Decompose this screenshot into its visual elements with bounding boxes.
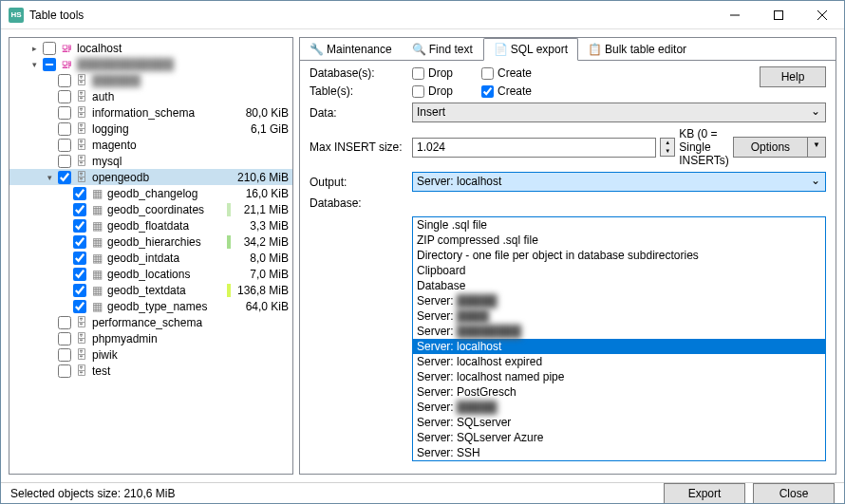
dropdown-option[interactable]: Clipboard <box>413 263 825 278</box>
tree-checkbox[interactable] <box>43 42 56 55</box>
tree-database[interactable]: 🗄auth <box>9 88 292 104</box>
dropdown-option[interactable]: ZIP compressed .sql file <box>413 233 825 248</box>
maxinsert-spinner[interactable]: ▲▼ <box>660 138 675 157</box>
object-tree[interactable]: 🖳localhost🖳████████████🗄██████🗄auth🗄info… <box>9 38 292 474</box>
tree-item-label: geodb_intdata <box>107 252 224 265</box>
tbl-icon: ▦ <box>89 203 104 216</box>
tree-checkbox[interactable] <box>58 348 71 362</box>
tree-item-label: ██████ <box>92 74 224 87</box>
tree-checkbox[interactable] <box>73 300 86 313</box>
tbl-icon: ▦ <box>89 252 104 265</box>
dropdown-option[interactable]: Server: ████████ <box>413 324 825 339</box>
tree-checkbox[interactable] <box>43 58 56 71</box>
dropdown-option[interactable]: Server: █████ <box>413 293 825 308</box>
dropdown-option[interactable]: Server: █████ <box>413 400 825 415</box>
close-window-button[interactable] <box>800 1 844 29</box>
data-select[interactable]: Insert <box>412 103 826 122</box>
maxinsert-input[interactable] <box>412 138 656 158</box>
dropdown-option[interactable]: Database <box>413 278 825 293</box>
tree-database[interactable]: 🗄phpmyadmin <box>9 330 292 346</box>
db-icon: 🗄 <box>74 74 89 87</box>
tab-bulk-editor[interactable]: 📋 Bulk table editor <box>578 38 697 60</box>
tree-database[interactable]: 🗄test <box>9 363 292 379</box>
host-icon: 🖳 <box>59 58 74 71</box>
tree-checkbox[interactable] <box>58 171 71 184</box>
tree-checkbox[interactable] <box>73 219 86 233</box>
output-dropdown-list[interactable]: Single .sql fileZIP compressed .sql file… <box>412 216 826 461</box>
dropdown-option[interactable]: Server: ████ <box>413 308 825 324</box>
tree-table[interactable]: ▦geodb_type_names64,0 KiB <box>9 298 292 314</box>
options-button[interactable]: Options <box>733 137 808 158</box>
tree-table[interactable]: ▦geodb_coordinates21,1 MiB <box>9 201 292 217</box>
dropdown-option[interactable]: Server: PostGresch <box>413 384 825 400</box>
tbl-drop-checkbox[interactable] <box>412 85 424 98</box>
tab-find-text[interactable]: 🔍 Find text <box>403 38 483 60</box>
tbl-icon: ▦ <box>89 268 104 281</box>
tree-checkbox[interactable] <box>58 316 71 329</box>
dropdown-option[interactable]: Server: localhost expired <box>413 354 825 369</box>
dropdown-option[interactable]: Server: SQLserver <box>413 415 825 430</box>
tree-checkbox[interactable] <box>58 364 71 378</box>
data-label: Data: <box>310 106 404 120</box>
tree-database[interactable]: 🗄██████ <box>9 72 292 88</box>
tab-label: Find text <box>429 43 473 56</box>
tree-host[interactable]: 🖳████████████ <box>9 56 292 72</box>
tree-table[interactable]: ▦geodb_hierarchies34,2 MiB <box>9 233 292 250</box>
tree-checkbox[interactable] <box>58 122 71 136</box>
tree-item-label: mysql <box>92 155 224 168</box>
tree-database[interactable]: 🗄information_schema80,0 KiB <box>9 104 292 121</box>
tree-checkbox[interactable] <box>58 90 71 103</box>
tree-checkbox[interactable] <box>73 284 86 297</box>
tree-table[interactable]: ▦geodb_intdata8,0 MiB <box>9 250 292 266</box>
close-button[interactable]: Close <box>753 483 835 504</box>
output-select[interactable]: Server: localhost <box>412 172 826 192</box>
tab-maintenance[interactable]: 🔧 Maintenance <box>300 38 403 60</box>
tree-checkbox[interactable] <box>58 155 71 168</box>
tree-caret-icon[interactable] <box>28 44 40 53</box>
dropdown-option[interactable]: Server: localhost named pipe <box>413 369 825 384</box>
tree-checkbox[interactable] <box>58 332 71 345</box>
tree-table[interactable]: ▦geodb_changelog16,0 KiB <box>9 185 292 201</box>
tbl-create-checkbox[interactable] <box>481 85 494 98</box>
dropdown-option[interactable]: Server: SQLserver Azure <box>413 430 825 445</box>
tree-caret-icon[interactable] <box>44 173 55 182</box>
dropdown-option[interactable]: Server: SSH <box>413 445 825 460</box>
db-drop-checkbox[interactable] <box>412 67 424 80</box>
dropdown-option[interactable]: Server: localhost <box>413 339 825 354</box>
tree-item-label: geodb_changelog <box>107 187 224 200</box>
tree-item-label: auth <box>92 90 224 103</box>
tree-checkbox[interactable] <box>73 268 86 281</box>
tree-database[interactable]: 🗄performance_schema <box>9 314 292 330</box>
tree-database[interactable]: 🗄piwik <box>9 346 292 363</box>
titlebar: HS Table tools <box>1 1 844 29</box>
tree-checkbox[interactable] <box>58 139 71 152</box>
tree-checkbox[interactable] <box>58 74 71 87</box>
tab-sql-export[interactable]: 📄 SQL export <box>483 38 578 61</box>
tree-checkbox[interactable] <box>73 203 86 216</box>
tree-checkbox[interactable] <box>73 235 86 249</box>
tree-database[interactable]: 🗄magento <box>9 137 292 153</box>
tree-host[interactable]: 🖳localhost <box>9 40 292 56</box>
options-dropdown-button[interactable]: ▼ <box>808 137 826 158</box>
tree-table[interactable]: ▦geodb_floatdata3,3 MiB <box>9 217 292 233</box>
tree-checkbox[interactable] <box>58 106 71 120</box>
tree-database[interactable]: 🗄mysql <box>9 153 292 169</box>
minimize-button[interactable] <box>713 1 757 29</box>
dropdown-option[interactable]: Single .sql file <box>413 217 825 233</box>
wrench-icon: 🔧 <box>310 43 323 56</box>
maximize-button[interactable] <box>757 1 800 29</box>
tree-database[interactable]: 🗄opengeodb210,6 MiB <box>9 169 292 185</box>
db-create-checkbox[interactable] <box>481 67 494 80</box>
db-icon: 🗄 <box>74 332 89 345</box>
help-button[interactable]: Help <box>760 66 826 87</box>
tree-caret-icon[interactable] <box>28 60 40 69</box>
tree-checkbox[interactable] <box>73 252 86 265</box>
tree-table[interactable]: ▦geodb_textdata136,8 MiB <box>9 282 292 298</box>
export-button[interactable]: Export <box>664 483 745 504</box>
tree-item-label: geodb_locations <box>107 268 224 281</box>
tree-checkbox[interactable] <box>73 187 86 200</box>
dropdown-option[interactable]: Directory - one file per object in datab… <box>413 248 825 263</box>
tree-database[interactable]: 🗄logging6,1 GiB <box>9 121 292 137</box>
tree-table[interactable]: ▦geodb_locations7,0 MiB <box>9 266 292 282</box>
maxinsert-label: Max INSERT size: <box>310 140 404 154</box>
